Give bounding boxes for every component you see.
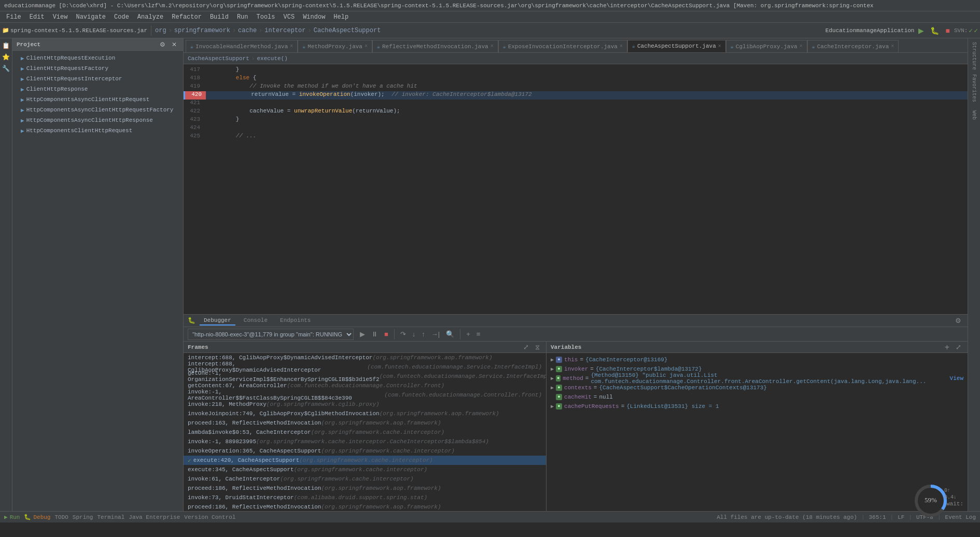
status-todo[interactable]: TODO	[54, 514, 68, 520]
debug-settings-btn[interactable]: ⚙	[953, 316, 963, 326]
menu-navigate[interactable]: Navigate	[72, 12, 110, 22]
step-out-btn[interactable]: ↑	[419, 329, 427, 339]
status-java-ent[interactable]: Java Enterprise	[129, 514, 180, 520]
status-vc[interactable]: Version Control	[184, 514, 235, 520]
frame-13[interactable]: invoke:61, CacheInterceptor (org.springf…	[184, 474, 546, 484]
var-type-this: ●	[556, 357, 562, 363]
frame-6[interactable]: invokeJoinpoint:749, CglibAopProxy$Cglib…	[184, 409, 546, 418]
tab-close-cacheinterceptor[interactable]: ×	[891, 44, 894, 49]
frame-15[interactable]: invoke:73, DruidStatInterceptor (com.ali…	[184, 493, 546, 502]
variables-expand-btn[interactable]: ⤢	[954, 342, 963, 352]
var-expand-cacheputrequests[interactable]: ▶	[551, 403, 554, 409]
menu-run[interactable]: Run	[233, 12, 253, 22]
var-cachehit[interactable]: ▶ ● cacheHit = null	[547, 392, 968, 402]
tab-cglib[interactable]: ☕ CglibAopProxy.java ×	[726, 40, 807, 52]
menu-tools[interactable]: Tools	[253, 12, 279, 22]
tree-item-4[interactable]: ▶ HttpComponentsAsyncClientHttpRequest	[12, 94, 183, 105]
step-over-btn[interactable]: ↷	[398, 329, 408, 339]
status-spring[interactable]: Spring	[73, 514, 93, 520]
right-icon-structure[interactable]: Structure	[969, 40, 979, 72]
menu-help[interactable]: Help	[329, 12, 353, 22]
add-variable-btn[interactable]: +	[943, 342, 951, 352]
menu-refactor[interactable]: Refactor	[167, 12, 206, 22]
stop-debug-btn[interactable]: ■	[382, 329, 390, 339]
filter-frames-btn[interactable]: ⧖	[533, 342, 542, 352]
tree-item-2[interactable]: ▶ ClientHttpRequestInterceptor	[12, 74, 183, 84]
debug-tab-debugger[interactable]: Debugger	[200, 316, 235, 326]
resume-btn[interactable]: ▶	[358, 329, 367, 339]
var-expand-method[interactable]: ▶	[551, 375, 554, 381]
tab-methodproxy[interactable]: ☕ MethodProxy.java ×	[298, 40, 372, 52]
var-method[interactable]: ▶ ● method = {Method@13150} "public java…	[547, 374, 968, 383]
right-icon-favorites[interactable]: Favorites	[969, 73, 979, 104]
status-debug[interactable]: 🐛 Debug	[24, 514, 50, 520]
menu-analyze[interactable]: Analyze	[133, 12, 167, 22]
var-method-view-link[interactable]: View	[950, 375, 963, 381]
run-to-cursor-btn[interactable]: →|	[429, 329, 442, 339]
tree-item-3[interactable]: ▶ ClientHttpResponse	[12, 84, 183, 94]
debug-run-button[interactable]: 🐛	[928, 25, 941, 36]
frame-14[interactable]: proceed:186, ReflectiveMethodInvocation …	[184, 484, 546, 493]
tab-close-reflective[interactable]: ×	[491, 44, 494, 49]
expand-frames-btn[interactable]: ⤢	[521, 342, 531, 352]
tree-item-5[interactable]: ▶ HttpComponentsAsyncClientHttpRequestFa…	[12, 105, 183, 115]
frame-5[interactable]: invoke:218, MethodProxy (org.springframe…	[184, 400, 546, 409]
tab-reflective[interactable]: ☕ ReflectiveMethodInvocation.java ×	[372, 40, 498, 52]
code-editor[interactable]: 417 } 418 else { 419 // Invoke the metho…	[184, 64, 968, 314]
frame-10[interactable]: invokeOperation:365, CacheAspectSupport …	[184, 446, 546, 456]
frames-view-btn[interactable]: ≡	[474, 329, 483, 339]
status-event-log[interactable]: Event Log	[945, 514, 976, 520]
tree-item-1[interactable]: ▶ ClientHttpRequestFactory	[12, 63, 183, 74]
debug-tab-console[interactable]: Console	[240, 316, 272, 326]
tree-label-7: HttpComponentsClientHttpRequest	[26, 128, 133, 134]
pause-btn[interactable]: ⏸	[369, 329, 380, 339]
frame-7[interactable]: proceed:163, ReflectiveMethodInvocation …	[184, 418, 546, 428]
var-expand-this[interactable]: ▶	[551, 357, 554, 363]
sidebar-favorites-icon[interactable]: ⭐	[1, 52, 11, 62]
menu-window[interactable]: Window	[299, 12, 329, 22]
frame-4[interactable]: invoke:-1, AreaController$$FastClassBySp…	[184, 390, 546, 400]
tree-item-7[interactable]: ▶ HttpComponentsClientHttpRequest	[12, 125, 183, 136]
tab-close-cglib[interactable]: ×	[800, 44, 803, 49]
menu-code[interactable]: Code	[110, 12, 133, 22]
tab-close-invocable[interactable]: ×	[290, 44, 293, 49]
tab-cache-aspect[interactable]: ☕ CacheAspectSupport.java ×	[627, 40, 726, 52]
status-run[interactable]: ▶ Run	[4, 514, 20, 520]
var-this[interactable]: ▶ ● this = {CacheInterceptor@13169}	[547, 355, 968, 364]
status-terminal[interactable]: Terminal	[97, 514, 124, 520]
tab-expose[interactable]: ☕ ExposeInvocationInterceptor.java ×	[498, 40, 627, 52]
frame-8[interactable]: lambda$invoke$0:53, CacheInterceptor (or…	[184, 428, 546, 437]
menu-view[interactable]: View	[49, 12, 72, 22]
run-button[interactable]: ▶	[916, 25, 926, 36]
sidebar-project-icon[interactable]: 📋	[1, 40, 11, 51]
tab-close-expose[interactable]: ×	[620, 44, 623, 49]
frame-2[interactable]: getOne:-1, OrganizationServiceImpl$$Enha…	[184, 372, 546, 381]
thread-selector[interactable]: "http-nio-8080-exec-3"@11,779 in group "…	[188, 329, 354, 340]
var-cacheputrequests[interactable]: ▶ ● cachePutRequests = {LinkedList@13531…	[547, 402, 968, 411]
menu-build[interactable]: Build	[206, 12, 233, 22]
evaluate-btn[interactable]: 🔍	[444, 329, 456, 339]
right-icon-web[interactable]: Web	[969, 105, 979, 125]
stop-button[interactable]: ■	[943, 25, 951, 36]
var-expand-invoker[interactable]: ▶	[551, 366, 554, 372]
frame-16[interactable]: proceed:186, ReflectiveMethodInvocation …	[184, 502, 546, 511]
menu-edit[interactable]: Edit	[25, 12, 49, 22]
tree-item-0[interactable]: ▶ ClientHttpRequestExecution	[12, 53, 183, 63]
frame-11[interactable]: ✓ execute:420, CacheAspectSupport (org.s…	[184, 456, 546, 465]
menu-file[interactable]: File	[2, 12, 25, 22]
tab-cacheinterceptor[interactable]: ☕ CacheInterceptor.java ×	[807, 40, 899, 52]
project-settings-btn[interactable]: ⚙	[158, 40, 167, 49]
tab-invocable[interactable]: ☕ InvocableHandlerMethod.java ×	[186, 40, 298, 52]
sidebar-structure-icon[interactable]: 🔧	[1, 63, 11, 74]
debug-tab-endpoints[interactable]: Endpoints	[276, 316, 315, 326]
var-expand-contexts[interactable]: ▶	[551, 385, 554, 391]
tree-item-6[interactable]: ▶ HttpComponentsAsyncClientHttpResponse	[12, 115, 183, 125]
frame-9[interactable]: invoke:-1, 889823995 (org.springframewor…	[184, 437, 546, 446]
menu-vcs[interactable]: VCS	[279, 12, 299, 22]
tab-close-methodproxy[interactable]: ×	[365, 44, 368, 49]
project-close-btn[interactable]: ✕	[170, 40, 179, 49]
step-into-btn[interactable]: ↓	[410, 329, 418, 339]
frame-12[interactable]: execute:345, CacheAspectSupport (org.spr…	[184, 465, 546, 474]
tab-close-cache[interactable]: ×	[718, 44, 721, 49]
add-watch-btn[interactable]: +	[464, 329, 472, 339]
